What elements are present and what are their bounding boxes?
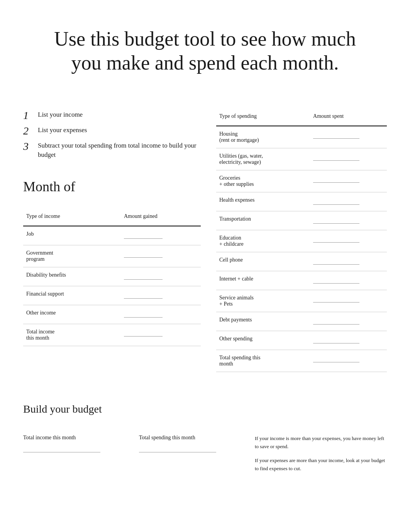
spending-type-transportation: Transportation (216, 211, 310, 230)
income-amount-job[interactable] (121, 226, 201, 245)
income-type-disability: Disability benefits (23, 267, 121, 286)
spending-type-health: Health expenses (216, 192, 310, 211)
spending-amount-total[interactable] (310, 350, 387, 372)
spending-table: Type of spending Amount spent Housing(re… (216, 110, 387, 372)
table-row: Debt payments (216, 312, 387, 331)
step-item-3: 3 Subtract your total spending from tota… (23, 141, 201, 160)
summary-income-col: Total income this month (23, 435, 131, 452)
table-row: Groceries+ other supplies (216, 170, 387, 192)
step-text-2: List your expenses (38, 126, 87, 135)
spending-amount-utilities[interactable] (310, 148, 387, 170)
table-row: Internet + cable (216, 271, 387, 290)
step-number-1: 1 (23, 110, 32, 121)
summary-income-label: Total income this month (23, 435, 131, 441)
spending-type-header: Type of spending (216, 110, 310, 126)
table-row: Cell phone (216, 252, 387, 271)
income-amount-disability[interactable] (121, 267, 201, 286)
income-table: Type of income Amount gained Job Governm… (23, 210, 201, 346)
spending-type-internet: Internet + cable (216, 271, 310, 290)
table-row: Housing(rent or mortgage) (216, 126, 387, 148)
income-type-other: Other income (23, 305, 121, 324)
income-amount-header: Amount gained (121, 210, 201, 226)
table-row: Health expenses (216, 192, 387, 211)
income-amount-financial[interactable] (121, 286, 201, 305)
page-title-line2: you make and spend each month. (71, 52, 339, 74)
table-row: Service animals+ Pets (216, 290, 387, 312)
spending-type-groceries: Groceries+ other supplies (216, 170, 310, 192)
income-type-job: Job (23, 226, 121, 245)
spending-amount-debt[interactable] (310, 312, 387, 331)
summary-note-2: If your expenses are more than your inco… (255, 457, 387, 473)
table-row: Job (23, 226, 201, 245)
step-text-1: List your income (38, 110, 83, 119)
summary-notes: If your income is more than your expense… (255, 435, 387, 479)
spending-amount-housing[interactable] (310, 126, 387, 148)
summary-spending-value[interactable] (139, 443, 216, 452)
income-type-financial: Financial support (23, 286, 121, 305)
main-content: 1 List your income 2 List your expenses … (23, 110, 387, 372)
spending-amount-groceries[interactable] (310, 170, 387, 192)
spending-type-pets: Service animals+ Pets (216, 290, 310, 312)
income-type-total: Total incomethis month (23, 324, 121, 346)
spending-type-education: Education+ childcare (216, 230, 310, 252)
table-row: Transportation (216, 211, 387, 230)
page-title: Use this budget tool to see how much you… (23, 15, 387, 87)
table-row: Other income (23, 305, 201, 324)
summary-spending-label: Total spending this month (139, 435, 247, 441)
spending-amount-internet[interactable] (310, 271, 387, 290)
month-section: Month of (23, 178, 201, 195)
page-title-line1: Use this budget tool to see how much (54, 28, 356, 50)
step-number-2: 2 (23, 126, 32, 136)
budget-summary: Total income this month Total spending t… (23, 435, 387, 479)
spending-type-total: Total spending thismonth (216, 350, 310, 372)
spending-amount-other[interactable] (310, 331, 387, 350)
spending-amount-pets[interactable] (310, 290, 387, 312)
step-item-2: 2 List your expenses (23, 126, 201, 136)
table-row: Disability benefits (23, 267, 201, 286)
table-row: Governmentprogram (23, 245, 201, 267)
table-row: Other spending (216, 331, 387, 350)
table-row: Total incomethis month (23, 324, 201, 346)
table-row: Total spending thismonth (216, 350, 387, 372)
spending-type-housing: Housing(rent or mortgage) (216, 126, 310, 148)
spending-type-debt: Debt payments (216, 312, 310, 331)
spending-amount-cellphone[interactable] (310, 252, 387, 271)
left-column: 1 List your income 2 List your expenses … (23, 110, 201, 372)
spending-amount-transportation[interactable] (310, 211, 387, 230)
spending-type-cellphone: Cell phone (216, 252, 310, 271)
spending-amount-header: Amount spent (310, 110, 387, 126)
income-type-govt: Governmentprogram (23, 245, 121, 267)
step-text-3: Subtract your total spending from total … (38, 141, 201, 160)
table-row: Financial support (23, 286, 201, 305)
spending-amount-health[interactable] (310, 192, 387, 211)
summary-income-value[interactable] (23, 443, 100, 452)
build-budget-title: Build your budget (23, 403, 387, 415)
income-amount-govt[interactable] (121, 245, 201, 267)
build-budget-section: Build your budget Total income this mont… (23, 395, 387, 479)
spending-amount-education[interactable] (310, 230, 387, 252)
income-type-header: Type of income (23, 210, 121, 226)
summary-note-1: If your income is more than your expense… (255, 435, 387, 451)
income-amount-total[interactable] (121, 324, 201, 346)
table-row: Utilities (gas, water,electricity, sewag… (216, 148, 387, 170)
right-column: Type of spending Amount spent Housing(re… (216, 110, 387, 372)
income-amount-other[interactable] (121, 305, 201, 324)
summary-spending-col: Total spending this month (139, 435, 247, 452)
spending-type-utilities: Utilities (gas, water,electricity, sewag… (216, 148, 310, 170)
table-row: Education+ childcare (216, 230, 387, 252)
step-item-1: 1 List your income (23, 110, 201, 121)
steps-list: 1 List your income 2 List your expenses … (23, 110, 201, 160)
month-title: Month of (23, 178, 201, 195)
spending-type-other: Other spending (216, 331, 310, 350)
step-number-3: 3 (23, 141, 32, 152)
